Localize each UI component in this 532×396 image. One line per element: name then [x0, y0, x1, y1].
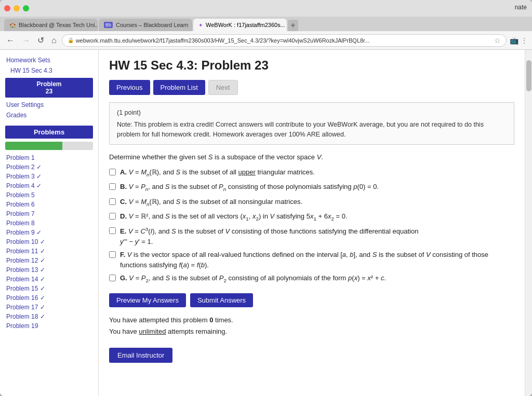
option-e-text: E. V = C3(I), and S is the subset of V c… — [120, 226, 418, 247]
problem-list-item[interactable]: Problem 5 — [0, 190, 98, 200]
problem-list-item[interactable]: Problem 18 ✓ — [0, 312, 98, 321]
problem-list-item[interactable]: Problem 6 — [0, 200, 98, 209]
title-bar: nate — [0, 0, 532, 17]
lock-icon: 🔒 — [68, 37, 74, 43]
next-button: Next — [208, 80, 238, 95]
problem-list: Problem 1 Problem 2 ✓ Problem 3 ✓ Proble… — [0, 153, 98, 331]
scrollbar-thumb[interactable] — [526, 60, 531, 91]
option-a: A. V = Mn(ℝ), and S is the subset of all… — [109, 167, 514, 179]
sidebar-current-problem: Problem23 — [5, 78, 93, 98]
tab-courses[interactable]: Bb Courses – Blackboard Learn × — [99, 19, 192, 31]
option-f-text: F. V is the vector space of all real-val… — [120, 250, 514, 270]
problem-list-item[interactable]: Problem 19 — [0, 321, 98, 331]
checkbox-b[interactable] — [109, 183, 116, 190]
progress-bar-fill — [5, 142, 62, 150]
option-a-text: A. V = Mn(ℝ), and S is the subset of all… — [120, 167, 315, 179]
sidebar-homework-sets[interactable]: Homework Sets — [0, 55, 98, 65]
refresh-button[interactable]: ↺ — [35, 34, 46, 46]
forward-button[interactable]: → — [20, 35, 32, 46]
checkbox-a[interactable] — [109, 169, 116, 175]
option-e: E. V = C3(I), and S is the subset of V c… — [109, 226, 514, 247]
problem-list-item[interactable]: Problem 15 ✓ — [0, 284, 98, 293]
bookmark-icon[interactable]: ☆ — [494, 36, 501, 45]
sidebar-grades[interactable]: Grades — [0, 110, 98, 120]
sidebar-hw-link[interactable]: HW 15 Sec 4.3 — [0, 65, 98, 76]
progress-bar-container — [5, 142, 93, 150]
option-d-text: D. V = ℝ², and S is the set of all vecto… — [120, 211, 348, 223]
tab-webwork[interactable]: ✦ WeBWorK : f17jastaffm2360s... × — [193, 19, 287, 31]
option-c-text: C. V = Mn(ℝ), and S is the subset of all… — [120, 197, 302, 208]
problem-list-item[interactable]: Problem 14 ✓ — [0, 275, 98, 284]
email-section: Email Instructor — [109, 346, 514, 363]
new-tab-button[interactable]: + — [288, 20, 298, 31]
user-label: nate — [515, 4, 527, 11]
option-list: A. V = Mn(ℝ), and S is the subset of all… — [109, 167, 514, 284]
previous-button[interactable]: Previous — [109, 80, 150, 95]
attempt-info: You have attempted this problem 0 times.… — [109, 315, 514, 337]
tab-webwork-icon: ✦ — [198, 22, 203, 28]
cast-icon[interactable]: 📺 — [510, 36, 518, 45]
option-c: C. V = Mn(ℝ), and S is the subset of all… — [109, 197, 514, 208]
tab-blackboard-icon: 🏫 — [9, 22, 16, 28]
problem-list-item[interactable]: Problem 11 ✓ — [0, 247, 98, 256]
problem-list-item[interactable]: Problem 17 ✓ — [0, 303, 98, 312]
problem-list-item[interactable]: Problem 8 — [0, 219, 98, 228]
email-instructor-button[interactable]: Email Instructor — [109, 348, 172, 363]
problem-list-item[interactable]: Problem 2 ✓ — [0, 162, 98, 172]
tab-courses-icon: Bb — [104, 22, 113, 28]
content-area: HW 15 Sec 4.3: Problem 23 Previous Probl… — [99, 50, 525, 396]
home-button[interactable]: ⌂ — [49, 35, 59, 46]
problem-list-item[interactable]: Problem 3 ✓ — [0, 172, 98, 181]
problem-list-button[interactable]: Problem List — [153, 80, 205, 95]
problem-list-item[interactable]: Problem 1 — [0, 153, 98, 162]
note-text: Note: This problem is extra credit! Corr… — [117, 120, 507, 140]
tab-blackboard[interactable]: 🏫 Blackboard @ Texas Tech Uni... × — [4, 19, 98, 31]
apps-icon[interactable]: ⋮ — [521, 36, 528, 45]
problem-list-item[interactable]: Problem 4 ✓ — [0, 181, 98, 190]
option-g-text: G. V = P2, and S is the subset of P2 con… — [120, 273, 386, 284]
problems-header: Problems — [5, 126, 93, 139]
checkbox-g[interactable] — [109, 275, 116, 281]
problem-list-item[interactable]: Problem 10 ✓ — [0, 237, 98, 247]
remaining-text: You have unlimited attempts remaining. — [109, 326, 514, 337]
close-button[interactable] — [4, 5, 10, 11]
page-title: HW 15 Sec 4.3: Problem 23 — [109, 58, 514, 73]
problem-list-item[interactable]: Problem 9 ✓ — [0, 228, 98, 237]
problem-list-item[interactable]: Problem 13 ✓ — [0, 265, 98, 275]
tab-courses-label: Courses – Blackboard Learn — [116, 22, 188, 28]
option-f: F. V is the vector space of all real-val… — [109, 250, 514, 270]
tab-courses-close[interactable]: × — [191, 22, 192, 28]
tab-webwork-label: WeBWorK : f17jastaffm2360s... — [206, 22, 285, 28]
submit-answers-button[interactable]: Submit Answers — [190, 293, 253, 307]
checkbox-d[interactable] — [109, 213, 116, 220]
back-button[interactable]: ← — [4, 35, 17, 46]
checkbox-e[interactable] — [109, 227, 116, 234]
maximize-button[interactable] — [23, 5, 29, 11]
problem-list-item[interactable]: Problem 12 ✓ — [0, 256, 98, 265]
extension-icons: 📺 ⋮ — [510, 36, 528, 45]
minimize-button[interactable] — [14, 5, 20, 11]
action-buttons: Preview My Answers Submit Answers — [109, 293, 514, 307]
checkbox-f[interactable] — [109, 251, 116, 258]
info-box: (1 point) Note: This problem is extra cr… — [109, 102, 514, 145]
checkbox-c[interactable] — [109, 198, 116, 205]
problem-list-item[interactable]: Problem 16 ✓ — [0, 293, 98, 303]
option-g: G. V = P2, and S is the subset of P2 con… — [109, 273, 514, 284]
option-d: D. V = ℝ², and S is the set of all vecto… — [109, 211, 514, 223]
sidebar-user-settings[interactable]: User Settings — [0, 100, 98, 110]
toolbar: Previous Problem List Next — [109, 80, 514, 95]
attempts-text: You have attempted this problem 0 times. — [109, 315, 514, 326]
scrollbar[interactable] — [525, 50, 532, 396]
address-bar[interactable]: 🔒 webwork.math.ttu.edu/webwork2/f17jasta… — [62, 34, 507, 47]
preview-answers-button[interactable]: Preview My Answers — [109, 293, 186, 307]
address-text: webwork.math.ttu.edu/webwork2/f17jastaff… — [76, 37, 492, 44]
option-b: B. V = Pn, and S is the subset of Pn con… — [109, 182, 514, 193]
tab-blackboard-label: Blackboard @ Texas Tech Uni... — [19, 22, 98, 28]
nav-bar: ← → ↺ ⌂ 🔒 webwork.math.ttu.edu/webwork2/… — [0, 31, 532, 50]
points-label: (1 point) — [117, 108, 507, 118]
question-text: Determine whether the given set S is a s… — [109, 153, 514, 161]
problem-list-item[interactable]: Problem 7 — [0, 209, 98, 219]
tab-bar: 🏫 Blackboard @ Texas Tech Uni... × Bb Co… — [0, 17, 532, 31]
main-layout: Homework Sets HW 15 Sec 4.3 Problem23 Us… — [0, 50, 532, 396]
option-b-text: B. V = Pn, and S is the subset of Pn con… — [120, 182, 379, 193]
